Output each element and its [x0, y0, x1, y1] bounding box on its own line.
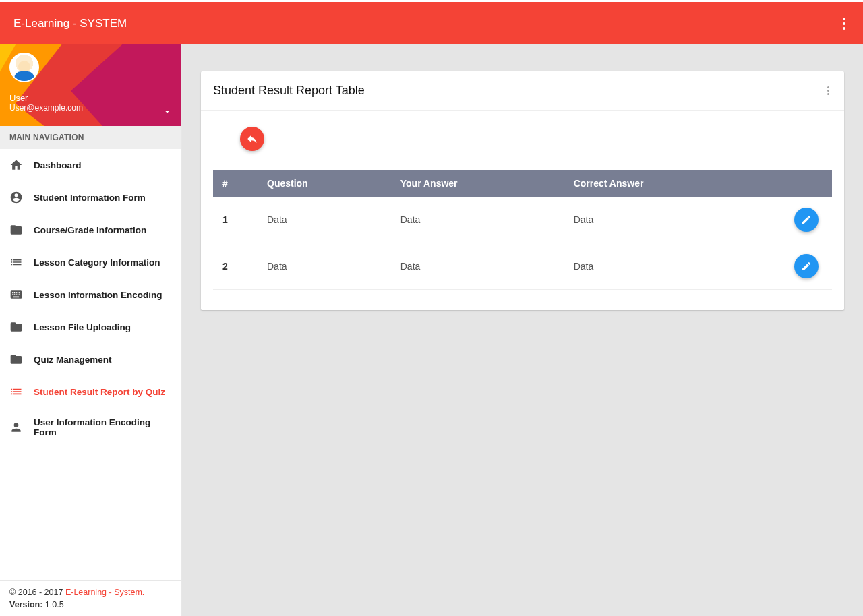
user-email: User@example.com: [9, 103, 172, 113]
avatar: [9, 53, 39, 82]
back-button[interactable]: [240, 127, 264, 151]
footer-version-value: 1.0.5: [42, 600, 63, 609]
cell-0-0: 1: [213, 197, 260, 243]
footer: © 2016 - 2017 E-Learning - System. Versi…: [0, 580, 181, 616]
main-content: Student Result Report Table #QuestionYou…: [182, 44, 863, 616]
cell-0-1: Data: [260, 197, 394, 243]
col-header-2: Your Answer: [394, 170, 567, 197]
sidebar-item-label: Student Result Report by Quiz: [34, 387, 165, 397]
sidebar-item-5[interactable]: Lesson File Uploading: [0, 311, 181, 343]
keyboard-icon: [9, 288, 23, 301]
cell-1-0: 2: [213, 243, 260, 290]
sidebar-item-label: Lesson Information Encoding: [34, 290, 162, 300]
sidebar-item-3[interactable]: Lesson Category Information: [0, 246, 181, 278]
list-icon: [9, 255, 23, 269]
sidebar-item-label: Dashboard: [34, 160, 82, 171]
user-name: User: [9, 93, 172, 103]
list-icon: [9, 385, 23, 398]
cell-1-1: Data: [260, 243, 394, 290]
col-header-1: Question: [260, 170, 394, 197]
folder-icon: [9, 352, 23, 366]
col-header-0: #: [213, 170, 260, 197]
sidebar-item-6[interactable]: Quiz Management: [0, 343, 181, 375]
footer-link[interactable]: E-Learning - System.: [65, 588, 144, 597]
cell-1-2: Data: [394, 243, 567, 290]
topbar: E-Learning - SYSTEM: [0, 2, 863, 44]
sidebar-item-0[interactable]: Dashboard: [0, 149, 181, 181]
sidebar-item-label: Course/Grade Information: [34, 225, 146, 235]
nav-section-title: MAIN NAVIGATION: [0, 126, 181, 149]
table-row: 1DataDataData: [213, 197, 832, 243]
home-icon: [9, 158, 23, 172]
sidebar-item-8[interactable]: User Information Encoding Form: [0, 408, 181, 447]
sidebar-item-2[interactable]: Course/Grade Information: [0, 214, 181, 246]
footer-version-label: Version:: [9, 600, 42, 609]
sidebar-item-1[interactable]: Student Information Form: [0, 181, 181, 214]
sidebar-item-label: User Information Encoding Form: [34, 417, 172, 437]
sidebar-item-label: Lesson Category Information: [34, 257, 160, 268]
edit-button[interactable]: [794, 208, 819, 232]
sidebar-user-panel: User User@example.com: [0, 44, 181, 126]
sidebar-item-label: Lesson File Uploading: [34, 322, 131, 332]
result-table: #QuestionYour AnswerCorrect Answer 1Data…: [213, 170, 832, 290]
chevron-down-icon[interactable]: [162, 107, 172, 117]
pencil-icon: [801, 214, 812, 225]
cell-actions: [771, 197, 832, 243]
sidebar: User User@example.com MAIN NAVIGATION Da…: [0, 44, 182, 616]
cell-1-3: Data: [567, 243, 771, 290]
edit-button[interactable]: [794, 254, 819, 278]
cell-actions: [771, 243, 832, 290]
folder-icon: [9, 223, 23, 237]
card-more-icon[interactable]: [825, 84, 832, 98]
card-title: Student Result Report Table: [213, 84, 365, 98]
table-row: 2DataDataData: [213, 243, 832, 290]
more-vert-icon[interactable]: [839, 13, 850, 34]
account-circle-icon: [9, 191, 23, 204]
folder-icon: [9, 320, 23, 334]
result-card: Student Result Report Table #QuestionYou…: [201, 71, 844, 310]
person-icon: [9, 421, 23, 434]
cell-0-3: Data: [567, 197, 771, 243]
footer-copyright: © 2016 - 2017: [9, 588, 65, 597]
brand-title: E-Learning - SYSTEM: [13, 17, 127, 30]
sidebar-item-7[interactable]: Student Result Report by Quiz: [0, 375, 181, 408]
pencil-icon: [801, 261, 812, 272]
sidebar-item-label: Quiz Management: [34, 355, 112, 365]
col-header-3: Correct Answer: [567, 170, 771, 197]
sidebar-item-4[interactable]: Lesson Information Encoding: [0, 278, 181, 311]
reply-icon: [246, 133, 258, 145]
cell-0-2: Data: [394, 197, 567, 243]
sidebar-item-label: Student Information Form: [34, 193, 146, 203]
col-header-4: [771, 170, 832, 197]
